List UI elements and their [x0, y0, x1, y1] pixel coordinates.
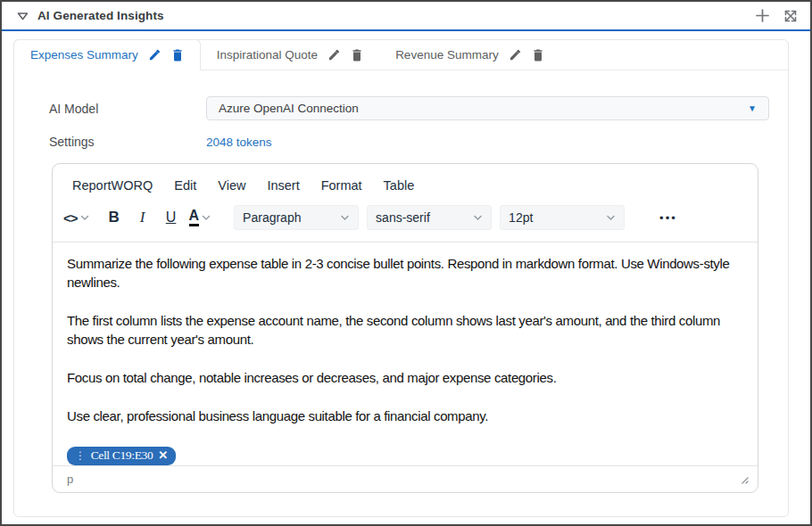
font-size-select[interactable]: 12pt	[500, 205, 625, 230]
tab-bar: Expenses Summary Inspirational Quote Rev…	[14, 40, 788, 70]
chevron-down-icon	[340, 214, 350, 221]
italic-button[interactable]: I	[132, 205, 153, 230]
edit-pencil-icon[interactable]	[327, 48, 341, 62]
menu-insert[interactable]: Insert	[258, 177, 308, 194]
prompt-paragraph: The first column lists the expense accou…	[67, 311, 743, 349]
edit-pencil-icon[interactable]	[148, 48, 162, 62]
collapse-chevron-icon[interactable]	[16, 10, 29, 22]
ai-model-select[interactable]: Azure OpenAI Connection ▼	[206, 96, 769, 120]
delete-trash-icon[interactable]	[532, 48, 544, 62]
more-options-icon[interactable]: •••	[659, 211, 677, 225]
menu-view[interactable]: View	[209, 177, 254, 194]
tab-inspirational-quote[interactable]: Inspirational Quote	[201, 40, 379, 70]
editor-statusbar: p	[53, 465, 758, 492]
editor-content[interactable]: Summarize the following expense table in…	[53, 242, 758, 465]
chevron-down-icon	[80, 214, 89, 221]
font-family-value: sans-serif	[376, 210, 430, 225]
panel-title: AI Generated Insights	[37, 9, 164, 22]
panel-header: AI Generated Insights	[2, 2, 810, 31]
text-color-icon: A	[189, 209, 200, 226]
paragraph-style-select[interactable]: Paragraph	[234, 205, 359, 230]
ai-model-label: AI Model	[49, 102, 206, 116]
tab-label: Expenses Summary	[30, 48, 138, 62]
text-color-button[interactable]: A	[189, 205, 211, 230]
menu-edit[interactable]: Edit	[165, 177, 205, 194]
rich-text-editor: ReportWORQ Edit View Insert Format Table…	[52, 163, 758, 493]
chevron-down-icon	[606, 214, 616, 221]
settings-row: Settings 2048 tokens	[49, 135, 769, 149]
element-path[interactable]: p	[67, 473, 73, 486]
menu-reportworq[interactable]: ReportWORQ	[63, 177, 162, 194]
menu-table[interactable]: Table	[375, 177, 424, 194]
bold-icon: B	[108, 209, 119, 226]
chevron-down-icon	[202, 214, 211, 221]
chip-label: Cell C19:E30	[91, 448, 153, 463]
tab-label: Revenue Summary	[395, 48, 499, 62]
source-code-button[interactable]: <>	[63, 205, 89, 230]
dropdown-caret-icon: ▼	[748, 104, 757, 113]
tab-label: Inspirational Quote	[217, 48, 318, 62]
bold-button[interactable]: B	[104, 205, 125, 230]
menu-format[interactable]: Format	[312, 177, 371, 194]
chevron-down-icon	[473, 214, 483, 221]
font-family-select[interactable]: sans-serif	[367, 205, 492, 230]
tab-revenue-summary[interactable]: Revenue Summary	[379, 40, 560, 70]
prompt-paragraph: Focus on total change, notable increases…	[67, 368, 743, 387]
prompt-paragraph: Use clear, professional business languag…	[67, 407, 743, 425]
delete-trash-icon[interactable]	[171, 48, 184, 62]
editor-menubar: ReportWORQ Edit View Insert Format Table	[53, 164, 758, 196]
editor-toolbar: <> B I U A Paragraph	[53, 196, 758, 242]
edit-pencil-icon[interactable]	[509, 48, 522, 62]
tokens-link[interactable]: 2048 tokens	[206, 136, 272, 149]
expand-icon[interactable]	[780, 5, 801, 27]
chip-remove-icon[interactable]: ✕	[158, 448, 168, 463]
italic-icon: I	[140, 209, 145, 226]
resize-handle-icon[interactable]	[739, 474, 749, 484]
code-icon: <>	[63, 210, 78, 226]
insight-card: Expenses Summary Inspirational Quote Rev…	[13, 39, 789, 517]
drag-handle-icon[interactable]: ⋮	[75, 449, 86, 462]
cell-reference-chip[interactable]: ⋮ Cell C19:E30 ✕	[67, 447, 176, 465]
delete-trash-icon[interactable]	[351, 48, 363, 62]
add-insight-button[interactable]	[751, 5, 773, 27]
ai-generated-insights-panel: { "header": { "title": "AI Generated Ins…	[0, 0, 812, 526]
ai-model-value: Azure OpenAI Connection	[219, 102, 359, 115]
prompt-paragraph: Summarize the following expense table in…	[67, 254, 743, 292]
underline-icon: U	[166, 210, 177, 226]
tab-expenses-summary[interactable]: Expenses Summary	[13, 39, 201, 70]
ai-model-row: AI Model Azure OpenAI Connection ▼	[49, 96, 769, 120]
font-size-value: 12pt	[509, 210, 533, 225]
underline-button[interactable]: U	[161, 205, 182, 230]
paragraph-style-value: Paragraph	[243, 210, 301, 225]
settings-label: Settings	[49, 135, 206, 149]
